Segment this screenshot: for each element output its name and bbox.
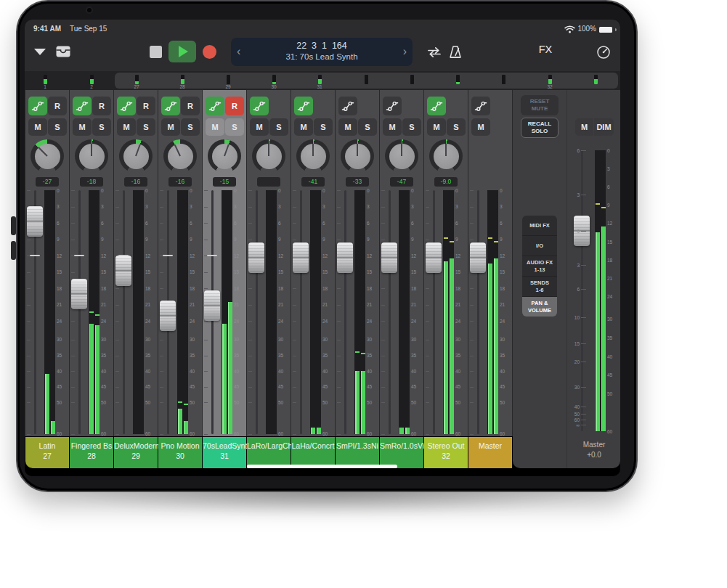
section-button-midi-fx[interactable]: MIDI FX xyxy=(522,216,557,235)
solo-button[interactable]: S xyxy=(447,118,466,136)
record-arm-button[interactable]: R xyxy=(137,97,155,115)
automation-button[interactable] xyxy=(471,97,490,115)
track-overview-strip[interactable]: 12272829303132 xyxy=(25,71,620,90)
track-label[interactable]: Fingered Bs28 xyxy=(70,437,113,468)
solo-button[interactable]: S xyxy=(181,118,200,136)
track-label[interactable]: Latin27 xyxy=(25,437,69,468)
mute-button[interactable]: M xyxy=(383,118,402,136)
record-arm-button[interactable]: R xyxy=(181,97,200,115)
volume-up-button[interactable] xyxy=(11,216,16,235)
fader-cap[interactable] xyxy=(115,256,131,286)
solo-button[interactable]: S xyxy=(269,118,288,136)
mute-button[interactable]: M xyxy=(206,118,224,136)
fader-track[interactable] xyxy=(123,190,125,434)
automation-button[interactable] xyxy=(427,97,446,115)
mute-button[interactable]: M xyxy=(73,118,92,136)
volume-down-button[interactable] xyxy=(11,241,16,260)
automation-button[interactable] xyxy=(73,97,92,115)
fader-track[interactable] xyxy=(477,190,479,434)
section-button-sends-1-6[interactable]: SENDS 1-6 xyxy=(522,276,557,296)
track-label[interactable]: Pno Motion30 xyxy=(158,437,202,468)
recall-solo-button[interactable]: RECALL SOLO xyxy=(521,118,559,138)
fader-cap[interactable] xyxy=(248,242,264,273)
mute-button[interactable]: M xyxy=(294,118,313,136)
fader-cap[interactable] xyxy=(27,206,43,237)
master-mute-button[interactable]: M xyxy=(575,118,593,136)
pan-knob[interactable] xyxy=(296,139,330,173)
view-chevron-button[interactable] xyxy=(31,42,49,61)
pan-knob[interactable] xyxy=(341,139,374,173)
automation-button[interactable] xyxy=(250,97,269,115)
track-label[interactable]: Stereo Out32 xyxy=(424,437,468,468)
master-dim-button[interactable]: DIM xyxy=(594,118,614,136)
fader-cap[interactable] xyxy=(470,242,486,273)
cycle-button[interactable] xyxy=(425,43,444,62)
record-arm-button[interactable]: R xyxy=(92,97,111,115)
fader-cap[interactable] xyxy=(160,301,176,331)
lcd-next-icon[interactable]: › xyxy=(403,44,407,60)
automation-button[interactable] xyxy=(294,97,313,115)
fader-track[interactable] xyxy=(300,190,302,434)
fader-cap[interactable] xyxy=(204,290,220,321)
solo-button[interactable]: S xyxy=(92,118,111,136)
pan-knob[interactable] xyxy=(31,139,64,173)
master-fader-track[interactable] xyxy=(581,150,583,431)
pan-knob[interactable] xyxy=(252,139,285,173)
mute-button[interactable]: M xyxy=(117,118,136,136)
section-button-i-o[interactable]: I/O xyxy=(522,235,557,256)
fader-track[interactable] xyxy=(433,190,435,434)
solo-button[interactable]: S xyxy=(137,118,155,136)
track-label[interactable]: LaRo/LargCh xyxy=(247,437,291,468)
section-button-audio-fx-1-13[interactable]: AUDIO FX 1-13 xyxy=(522,256,557,276)
fader-cap[interactable] xyxy=(337,242,353,273)
automation-button[interactable] xyxy=(338,97,357,115)
fader-cap[interactable] xyxy=(381,242,397,273)
track-label[interactable]: DeluxModern29 xyxy=(114,437,158,468)
track-label[interactable]: 70sLeadSynt31 xyxy=(203,437,246,468)
record-button[interactable] xyxy=(203,45,216,59)
pan-knob[interactable] xyxy=(75,139,108,173)
pan-knob[interactable] xyxy=(119,139,153,173)
mute-button[interactable]: M xyxy=(28,118,47,136)
library-tray-button[interactable] xyxy=(54,42,73,61)
automation-button[interactable] xyxy=(383,97,402,115)
scroll-indicator[interactable] xyxy=(247,465,397,468)
track-label[interactable]: LaHa/Concrt xyxy=(291,437,335,468)
solo-button[interactable]: S xyxy=(402,118,421,136)
mute-button[interactable]: M xyxy=(250,118,269,136)
record-arm-button[interactable]: R xyxy=(225,97,244,115)
fader-cap[interactable] xyxy=(293,242,309,273)
solo-button[interactable]: S xyxy=(225,118,244,136)
fx-button[interactable]: FX xyxy=(533,44,558,55)
mute-button[interactable]: M xyxy=(427,118,446,136)
reset-mute-button[interactable]: RESET MUTE xyxy=(521,95,559,115)
solo-button[interactable]: S xyxy=(314,118,333,136)
stop-button[interactable] xyxy=(150,46,162,58)
mute-button[interactable]: M xyxy=(161,118,180,136)
fader-track[interactable] xyxy=(256,190,258,434)
fader-cap[interactable] xyxy=(426,242,442,273)
automation-button[interactable] xyxy=(206,97,224,115)
automation-button[interactable] xyxy=(161,97,180,115)
play-button[interactable] xyxy=(168,41,196,62)
pan-knob[interactable] xyxy=(163,139,197,173)
solo-button[interactable]: S xyxy=(358,118,377,136)
track-label[interactable]: SmRo/1.0sVi xyxy=(380,437,423,468)
solo-button[interactable]: S xyxy=(48,118,67,136)
automation-button[interactable] xyxy=(117,97,136,115)
mute-button[interactable]: M xyxy=(338,118,357,136)
mute-button[interactable]: M xyxy=(471,118,490,136)
track-label[interactable]: Master xyxy=(468,437,512,468)
lcd-display[interactable]: ‹ 22 3 1 164 31: 70s Lead Synth › xyxy=(231,38,413,66)
fader-track[interactable] xyxy=(78,190,81,434)
record-arm-button[interactable]: R xyxy=(48,97,67,115)
section-button-pan-volume[interactable]: PAN & VOLUME xyxy=(522,296,557,317)
settings-button[interactable] xyxy=(594,43,613,62)
pan-knob[interactable] xyxy=(385,139,418,173)
pan-knob[interactable] xyxy=(429,139,463,173)
fader-cap[interactable] xyxy=(71,279,87,309)
fader-track[interactable] xyxy=(344,190,346,434)
automation-button[interactable] xyxy=(28,97,47,115)
metronome-button[interactable] xyxy=(446,43,465,62)
pan-knob[interactable] xyxy=(208,139,241,173)
